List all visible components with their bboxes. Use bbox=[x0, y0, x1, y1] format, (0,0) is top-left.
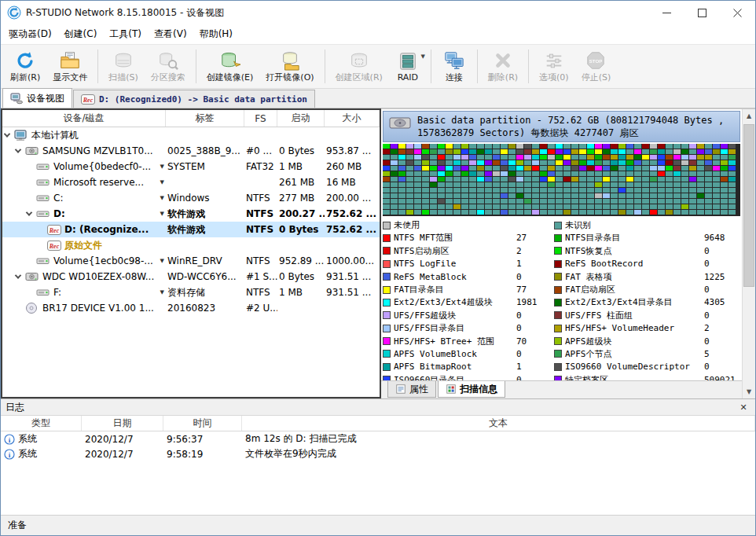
cell-size bbox=[325, 127, 380, 143]
tree-column-header-size[interactable]: 大小 bbox=[325, 110, 380, 127]
tree-row-wdc-disk[interactable]: WDC WD10EZEX-08W...WD-WCC6Y6...#1 S...0 … bbox=[2, 269, 380, 285]
tree-row-volume-0bedecf0[interactable]: Volume{0bedecf0-...▼SYSTEMFAT321 MB260 M… bbox=[2, 159, 380, 174]
log-column-header-type[interactable]: 类型 bbox=[1, 416, 82, 431]
tree-column-header-name[interactable]: 设备/磁盘 bbox=[2, 110, 166, 127]
device-name: C: bbox=[53, 193, 63, 204]
mount-dropdown-icon[interactable]: ▼ bbox=[158, 179, 164, 185]
partition-summary: Basic data partition - 752.62 GB (808121… bbox=[383, 111, 740, 142]
minimize-button[interactable] bbox=[649, 1, 684, 24]
tree-row-drive-c[interactable]: C:▼WindowsNTFS277 MB200.00 ... bbox=[2, 190, 380, 206]
close-button[interactable] bbox=[720, 1, 755, 24]
mount-dropdown-icon[interactable]: ▼ bbox=[158, 258, 164, 264]
scroll-down-icon[interactable]: ▼ bbox=[743, 385, 755, 398]
raid-button[interactable]: RAID▼ bbox=[389, 46, 427, 86]
legend-label: 特定档案区 bbox=[565, 374, 704, 380]
scrollbar-thumb[interactable] bbox=[743, 124, 754, 287]
tree-row-drive-d-recognized[interactable]: RecD: (Recognize...软件游戏NTFS0 Bytes752.62… bbox=[2, 222, 380, 237]
app-icon bbox=[7, 6, 21, 20]
scan-button: 扫描(S) bbox=[102, 46, 145, 86]
tab-properties[interactable]: 属性 bbox=[387, 381, 436, 398]
expander-icon[interactable] bbox=[15, 146, 21, 152]
legend-value: 0 bbox=[516, 323, 552, 333]
window-title: R-STUDIO Network 8.15.180015 - 设备视图 bbox=[26, 6, 224, 20]
menu-item-view[interactable]: 查看(V) bbox=[148, 24, 193, 44]
log-column-header-text[interactable]: 文本 bbox=[242, 416, 755, 431]
expander-icon[interactable] bbox=[26, 209, 32, 215]
log-title-bar: 日志 ✕ bbox=[1, 399, 755, 416]
expander-icon[interactable] bbox=[4, 130, 10, 137]
tab-device-view[interactable]: 设备视图 bbox=[2, 88, 72, 108]
mount-dropdown-icon[interactable]: ▼ bbox=[158, 289, 164, 296]
volume-icon bbox=[36, 207, 50, 220]
log-column-header-time[interactable]: 时间 bbox=[163, 416, 242, 431]
legend-entry-right-11: ISO9660 VolumeDescriptor0 bbox=[554, 361, 740, 373]
partition-search-icon bbox=[158, 50, 178, 71]
tree-row-drive-f[interactable]: F:▼资料存储NTFS1 MB931.51 ... bbox=[2, 285, 380, 300]
tree-column-header-label[interactable]: 标签 bbox=[166, 110, 244, 127]
create-region-icon bbox=[349, 50, 369, 71]
cell-fs: NTFS bbox=[244, 222, 277, 237]
refresh-button[interactable]: 刷新(R) bbox=[4, 46, 46, 86]
menu-item-tools[interactable]: 工具(T) bbox=[103, 24, 148, 44]
log-column-header-date[interactable]: 日期 bbox=[82, 416, 163, 431]
legend-entry-left-3: NTFS LogFile1 bbox=[383, 258, 552, 270]
cell-size bbox=[325, 237, 380, 253]
legend-swatch bbox=[383, 325, 391, 332]
create-image-button[interactable]: 创建镜像(E) bbox=[200, 46, 260, 86]
cell-size: 16 MB bbox=[325, 174, 380, 190]
menu-item-create[interactable]: 创建(C) bbox=[58, 24, 104, 44]
cell-label bbox=[166, 237, 244, 253]
tree-row-drive-d[interactable]: D:▼软件游戏NTFS200.27 ...752.62 ... bbox=[2, 206, 380, 222]
log-row[interactable]: i系统2020/12/79:56:378m 12s 的 D: 扫描已完成 bbox=[1, 431, 755, 446]
tree-column-header-boot[interactable]: 启动 bbox=[277, 110, 325, 127]
connect-button[interactable]: 连接 bbox=[435, 46, 473, 86]
legend-swatch bbox=[554, 337, 562, 345]
show-files-button[interactable]: 显示文件 bbox=[46, 46, 94, 86]
cell-boot: 1 MB bbox=[277, 285, 325, 300]
tree-row-raw-files[interactable]: Rec原始文件 bbox=[2, 237, 380, 253]
maximize-button[interactable] bbox=[684, 1, 720, 24]
tab-scan-info[interactable]: 扫描信息 bbox=[438, 381, 505, 398]
toolbar-button-label: 连接 bbox=[446, 72, 463, 83]
vertical-scrollbar[interactable]: ▲ ▼ bbox=[742, 109, 755, 398]
tree-column-header-fs[interactable]: FS bbox=[244, 110, 277, 127]
mount-dropdown-icon[interactable]: ▼ bbox=[158, 163, 164, 170]
stop-icon: STOP bbox=[585, 50, 606, 71]
menu-item-help[interactable]: 帮助(H) bbox=[193, 24, 239, 44]
scroll-up-icon[interactable]: ▲ bbox=[743, 109, 755, 123]
dropdown-arrow-icon[interactable]: ▼ bbox=[420, 53, 424, 60]
mount-dropdown-icon[interactable]: ▼ bbox=[158, 211, 164, 217]
log-header: 类型日期时间文本 bbox=[1, 416, 755, 431]
toolbar-button-label: 打开镜像(O) bbox=[266, 72, 314, 83]
mount-dropdown-icon[interactable]: ▼ bbox=[158, 195, 164, 201]
menu-item-drive[interactable]: 驱动器(D) bbox=[2, 24, 58, 44]
cell-label bbox=[166, 174, 244, 190]
legend-value: 9648 bbox=[704, 233, 740, 243]
sector-map[interactable] bbox=[383, 144, 738, 216]
log-row[interactable]: i系统2020/12/79:58:19文件枚举在9秒内完成 bbox=[1, 446, 755, 461]
tree-row-volume-1ecb0c98[interactable]: Volume{1ecb0c98-...▼WinRE_DRVNTFS952.89 … bbox=[2, 253, 380, 269]
legend-entry-left-0: 未使用 bbox=[383, 218, 552, 231]
cell-boot bbox=[277, 127, 325, 143]
legend-entry-left-9: HFS/HFS+ BTree+ 范围70 bbox=[383, 335, 552, 347]
tab-scan-result[interactable]: RecD: (Recognized0) -> Basic data partit… bbox=[73, 90, 315, 108]
tree-row-local-computer[interactable]: 本地计算机 bbox=[2, 127, 380, 143]
tree-row-microsoft-reserved[interactable]: Microsoft reserve...▼261 MB16 MB bbox=[2, 174, 380, 190]
scrollbar-track[interactable] bbox=[743, 123, 755, 385]
legend-entry-right-8: HFS/HFS+ VolumeHeader2 bbox=[554, 322, 740, 335]
legend-value: 0 bbox=[704, 362, 740, 372]
tree-row-samsung-disk[interactable]: SAMSUNG MZVLB1T0...0025_388B_9...#0 ...0… bbox=[2, 143, 380, 159]
legend-value: 4305 bbox=[704, 297, 740, 307]
tree-row-br17-device[interactable]: BR17 DEVICE V1.00 1...20160823#2 U... bbox=[2, 300, 380, 316]
toolbar-button-label: 刷新(R) bbox=[10, 72, 40, 83]
device-name: D: (Recognize... bbox=[64, 224, 149, 235]
log-close-icon[interactable]: ✕ bbox=[736, 402, 750, 413]
expander-icon[interactable] bbox=[15, 272, 21, 278]
legend-label: ISO9660目录条目 bbox=[394, 374, 516, 380]
open-image-button[interactable]: 打开镜像(O) bbox=[259, 46, 320, 86]
sector-map-wrap bbox=[383, 144, 740, 216]
svg-text:Rec: Rec bbox=[49, 242, 60, 249]
device-name: Microsoft reserve... bbox=[53, 177, 144, 188]
cell-fs: FAT32 bbox=[244, 159, 277, 174]
log-title: 日志 bbox=[6, 401, 24, 414]
